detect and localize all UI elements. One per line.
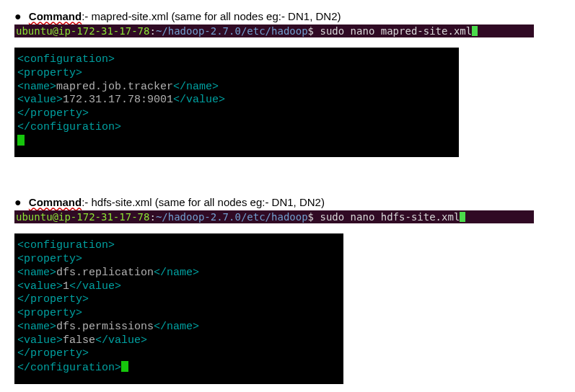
- xml-tag: </property>: [17, 347, 89, 360]
- prompt-path: ~/hadoop-2.7.0/etc/hadoop: [156, 211, 308, 223]
- command-label: Command: [29, 10, 82, 22]
- terminal-output-1: <configuration> <property> <name>mapred.…: [14, 48, 459, 157]
- xml-text: dfs.permissions: [56, 321, 154, 333]
- cursor-icon: [121, 361, 128, 372]
- xml-tag: </name>: [154, 267, 199, 279]
- xml-tag: <value>: [17, 334, 63, 347]
- xml-text: mapred.job.tracker: [56, 81, 173, 93]
- xml-tag: <value>: [17, 280, 63, 293]
- xml-tag: <configuration>: [17, 239, 115, 251]
- xml-tag: <name>: [17, 267, 56, 279]
- prompt-user: ubuntu@ip-172-31-17-78: [16, 211, 149, 223]
- cursor-icon: [472, 26, 478, 36]
- xml-text: false: [63, 334, 95, 347]
- xml-tag: <property>: [17, 253, 82, 265]
- xml-tag: </value>: [69, 280, 121, 293]
- bullet-icon: ●: [14, 10, 22, 22]
- command-label: Command: [29, 196, 82, 208]
- xml-tag: </name>: [173, 81, 219, 93]
- xml-tag: <property>: [17, 67, 82, 79]
- xml-tag: <value>: [17, 94, 63, 106]
- terminal-output-2: <configuration> <property> <name>dfs.rep…: [14, 233, 343, 384]
- command-heading-2: ● Command:- hdfs-site.xml (same for all …: [14, 196, 561, 209]
- xml-tag: <configuration>: [17, 53, 115, 66]
- xml-tag: </property>: [17, 293, 89, 306]
- command-desc: :- mapred-site.xml (same for all nodes e…: [82, 10, 341, 22]
- xml-text: dfs.replication: [56, 267, 154, 279]
- xml-tag: </name>: [154, 321, 199, 333]
- cursor-icon: [460, 212, 465, 222]
- xml-tag: </value>: [95, 334, 147, 347]
- xml-text: 172.31.17.78:9001: [63, 94, 173, 106]
- xml-tag: </configuration>: [17, 362, 121, 374]
- xml-tag: <name>: [17, 81, 56, 93]
- terminal-prompt-2: ubuntu@ip-172-31-17-78:~/hadoop-2.7.0/et…: [14, 210, 534, 223]
- prompt-path: ~/hadoop-2.7.0/etc/hadoop: [156, 25, 308, 37]
- xml-tag: </value>: [173, 94, 225, 106]
- bullet-icon: ●: [14, 196, 22, 208]
- prompt-command: sudo nano mapred-site.xml: [320, 25, 472, 37]
- prompt-command: sudo nano hdfs-site.xml: [320, 211, 460, 223]
- xml-tag: <name>: [17, 321, 56, 333]
- terminal-prompt-1: ubuntu@ip-172-31-17-78:~/hadoop-2.7.0/et…: [14, 24, 534, 37]
- prompt-user: ubuntu@ip-172-31-17-78: [16, 25, 149, 37]
- cursor-icon: [17, 135, 25, 146]
- xml-tag: </configuration>: [17, 121, 121, 133]
- xml-tag: <property>: [17, 307, 82, 319]
- xml-tag: </property>: [17, 107, 89, 120]
- command-heading-1: ● Command:- mapred-site.xml (same for al…: [14, 10, 561, 23]
- command-desc: :- hdfs-site.xml (same for all nodes eg:…: [82, 196, 325, 208]
- xml-text: 1: [63, 280, 69, 293]
